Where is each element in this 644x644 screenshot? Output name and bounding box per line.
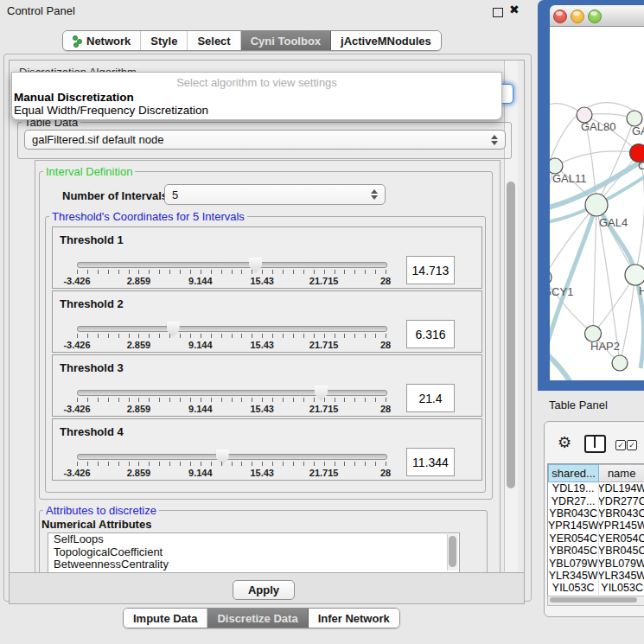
close-traffic-light-icon[interactable] [553,10,567,23]
network-edge [593,205,596,334]
table-row[interactable]: YBL079WYBL079W [548,557,644,569]
table-cell: YER054C [599,532,644,545]
threshold-value-field[interactable]: 11.344 [406,448,455,476]
threshold-value-field[interactable]: 21.4 [406,384,455,412]
tab-select[interactable]: Select [188,31,240,50]
network-node-label: GAL11 [552,172,587,185]
popup-item-manual-discretization[interactable]: Manual Discretization [12,91,501,104]
slider-track[interactable] [77,262,387,268]
network-canvas[interactable]: GAL80GALCGAL11GAL4GCY1HHAP2 [550,27,644,380]
table-row[interactable]: YDR27...YDR277C [548,494,644,507]
tick-label: 21.715 [309,404,339,414]
tick-label: 9.144 [188,276,213,286]
tick-label: 2.859 [127,468,151,478]
tab-label: Style [150,35,177,48]
control-panel-tab-bar: NetworkStyleSelectCyni ToolboxjActiveMNo… [62,30,442,51]
tab-style[interactable]: Style [141,31,188,50]
threshold-value-field[interactable]: 6.316 [406,320,455,348]
threshold-panel-3: Threshold 3-3.4262.8599.14415.4321.71528… [52,354,482,417]
table-cell: YLR345W [599,570,644,582]
table-row[interactable]: YDL19...YDL194W [548,482,644,494]
table-row[interactable]: YER054CYER054C [548,532,644,545]
apply-button[interactable]: Apply [233,580,295,600]
tab-label: jActiveMNodules [341,35,431,48]
table-row[interactable]: YBR043CYBR043C [548,507,644,520]
tab-infer-network[interactable]: Infer Network [309,609,399,628]
popup-item-equal-width-frequency-discretization[interactable]: Equal Width/Frequency Discretization [12,104,501,117]
table-cell: YIL053C [548,582,599,594]
gear-icon[interactable]: ⚙ [558,433,571,452]
zoom-traffic-light-icon[interactable] [588,10,602,23]
tick-label: 2.859 [127,340,151,350]
threshold-panel-4: Threshold 4-3.4262.8599.14415.4321.71528… [52,418,482,481]
threshold-panel-1: Threshold 1-3.4262.8599.14415.4321.71528… [52,226,482,289]
scrollbar-thumb[interactable] [550,597,637,603]
network-node-label: HAP2 [590,340,620,353]
table-row[interactable]: YIL053CYIL053C [548,582,644,594]
table-cell: YPR145W [599,520,644,532]
numerical-attributes-list[interactable]: SelfLoopsTopologicalCoefficientBetweenne… [48,532,460,573]
table-cell: YDR277C [599,494,644,507]
network-edge [555,151,639,166]
tick-label: 21.715 [309,340,339,350]
attribute-item-betweennesscentrality[interactable]: BetweennessCentrality [48,558,459,571]
network-node-label: GAL4 [599,216,628,229]
table-cell: YBR045C [548,545,599,557]
table-cell: YPR145W [548,520,599,532]
scrollbar-thumb[interactable] [507,182,515,488]
tab-label: Impute Data [133,612,197,625]
number-of-intervals-combobox[interactable]: 5 [164,184,386,205]
attributes-group-title: Attributes to discretize [43,505,159,516]
checkbox-icon[interactable]: ✓ [615,440,626,450]
combo-spinner-icon [491,135,498,145]
table-row[interactable]: YPR145WYPR145W [548,520,644,532]
slider-track[interactable] [77,390,387,396]
slider-track[interactable] [77,454,387,460]
network-node-h[interactable] [625,265,644,285]
tab-label: Select [197,35,230,48]
checkbox-icon[interactable]: ✓ [627,440,637,450]
network-node-label: C [638,159,644,172]
table-row[interactable]: YBR045CYBR045C [548,545,644,557]
table-panel-title: Table Panel [549,399,608,411]
close-icon[interactable]: ✖ [509,3,520,16]
slider-ticks [77,462,386,467]
attribute-item-topologicalcoefficient[interactable]: TopologicalCoefficient [48,546,459,559]
column-header-shared[interactable]: shared... [548,464,599,482]
network-node[interactable] [612,355,628,371]
tab-impute-data[interactable]: Impute Data [124,609,207,628]
slider-track[interactable] [77,326,387,332]
scrollbar-thumb[interactable] [449,536,456,567]
table-cell: YBL079W [599,557,644,569]
threshold-label: Threshold 2 [60,297,124,310]
tick-label: -3.426 [63,404,90,414]
number-of-intervals-value: 5 [172,188,178,201]
attribute-item-selfloops[interactable]: SelfLoops [48,533,459,546]
attributes-list-scrollbar[interactable] [447,534,458,571]
table-data-combobox-value: galFiltered.sif default node [32,133,163,146]
tab-jactivemnodules[interactable]: jActiveMNodules [331,31,441,50]
tab-network[interactable]: Network [63,31,141,50]
tab-label: Network [86,35,131,48]
tab-cyni-toolbox[interactable]: Cyni Toolbox [241,31,331,50]
table-row[interactable]: YLR345WYLR345W [548,570,644,582]
minimize-traffic-light-icon[interactable] [571,10,584,23]
node-attribute-table[interactable]: shared...name YDL19...YDL194WYDR27...YDR… [547,463,644,596]
tick-label: 21.715 [309,468,339,478]
network-node-gal4[interactable] [585,194,608,216]
table-data-combobox[interactable]: galFiltered.sif default node [24,130,506,150]
network-icon [73,35,82,47]
numerical-attributes-label: Numerical Attributes [41,518,151,531]
network-node-gcy1[interactable] [550,270,552,285]
threshold-value-field[interactable]: 14.713 [406,256,455,284]
table-cell: YBR043C [548,507,599,520]
tab-label: Cyni Toolbox [251,35,321,48]
column-layout-icon[interactable] [584,435,606,453]
tick-label: 9.144 [188,468,213,478]
column-header-name[interactable]: name [599,464,644,482]
slider-ticks [77,398,386,403]
tick-label: 28 [380,340,391,350]
table-horizontal-scrollbar[interactable] [547,596,644,606]
float-window-icon[interactable] [493,8,503,17]
tab-discretize-data[interactable]: Discretize Data [207,609,308,628]
